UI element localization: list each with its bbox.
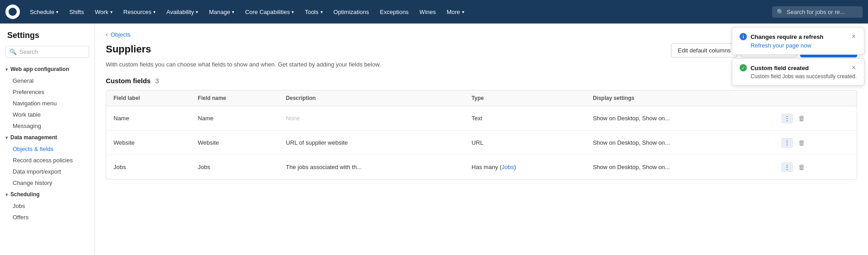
toast-title: Changes require a refresh xyxy=(750,33,823,40)
sidebar-section-data-management[interactable]: ▾ Data management xyxy=(0,132,94,143)
delete-row-button[interactable]: 🗑 xyxy=(797,161,807,173)
chevron-down-icon: ▾ xyxy=(321,9,323,14)
description-cell: None xyxy=(278,106,464,131)
chevron-down-icon: ▾ xyxy=(153,9,156,14)
row-actions: ⋮ 🗑 xyxy=(781,137,849,148)
type-cell: Has many (Jobs) xyxy=(464,155,585,179)
nav-core-capabilities[interactable]: Core Capabilities ▾ xyxy=(241,6,298,18)
sidebar-item-messaging[interactable]: Messaging xyxy=(0,120,94,132)
top-navigation: Schedule ▾ Shifts Work ▾ Resources ▾ Ava… xyxy=(0,0,868,24)
sidebar-item-data-import-export[interactable]: Data import/export xyxy=(0,166,94,177)
sidebar-item-preferences[interactable]: Preferences xyxy=(0,86,94,98)
nav-tools[interactable]: Tools ▾ xyxy=(300,6,327,18)
field-name-cell: Name xyxy=(191,106,279,131)
toast-title: Custom field created xyxy=(750,65,809,71)
chevron-down-icon: ▾ xyxy=(56,9,58,14)
toast-header: i Changes require a refresh × xyxy=(740,33,857,40)
field-label-cell: Jobs xyxy=(106,155,191,179)
nav-wines[interactable]: Wines xyxy=(415,6,440,18)
type-cell: URL xyxy=(464,131,585,155)
toast-refresh: i Changes require a refresh × Refresh yo… xyxy=(732,27,864,55)
col-actions xyxy=(774,90,857,106)
chevron-down-icon: ▾ xyxy=(5,67,8,72)
toast-container: i Changes require a refresh × Refresh yo… xyxy=(732,27,864,85)
row-actions: ⋮ 🗑 xyxy=(781,113,849,124)
sidebar-item-work-table[interactable]: Work table xyxy=(0,109,94,120)
table-row: Name Name None Text Show on Desktop, Sho… xyxy=(106,106,857,131)
col-type: Type xyxy=(464,90,585,106)
search-icon: 🔍 xyxy=(9,48,17,55)
success-icon: ✓ xyxy=(740,64,747,71)
chevron-down-icon: ▾ xyxy=(462,9,464,14)
delete-row-button[interactable]: 🗑 xyxy=(797,113,807,124)
search-icon: 🔍 xyxy=(777,9,784,15)
settings-sidebar: Settings 🔍 Search ▾ Web app configuratio… xyxy=(0,24,95,255)
refresh-link[interactable]: Refresh your page now xyxy=(740,42,857,49)
info-icon: i xyxy=(740,33,747,40)
edit-default-columns-button[interactable]: Edit default columns xyxy=(671,43,737,57)
page-title: Suppliers xyxy=(106,43,151,55)
nav-more[interactable]: More ▾ xyxy=(442,6,469,18)
row-actions-cell: ⋮ 🗑 xyxy=(774,155,857,179)
sidebar-section-web-app[interactable]: ▾ Web app configuration xyxy=(0,63,94,75)
custom-fields-section: Custom fields 3 Field label Field name D… xyxy=(106,77,857,179)
display-settings-cell: Show on Desktop, Show on... xyxy=(585,106,774,131)
sidebar-item-change-history[interactable]: Change history xyxy=(0,177,94,189)
delete-row-button[interactable]: 🗑 xyxy=(797,137,807,148)
sidebar-item-navigation-menu[interactable]: Navigation menu xyxy=(0,98,94,109)
row-menu-button[interactable]: ⋮ xyxy=(781,113,793,123)
toast-success: ✓ Custom field created × Custom field Jo… xyxy=(732,58,864,85)
col-display-settings: Display settings xyxy=(585,90,774,106)
main-content: ‹ Objects Suppliers Edit default columns… xyxy=(95,24,868,255)
chevron-down-icon: ▾ xyxy=(232,9,234,14)
nav-schedule[interactable]: Schedule ▾ xyxy=(25,6,63,18)
sidebar-section-scheduling[interactable]: ▾ Scheduling xyxy=(0,189,94,200)
sidebar-item-record-access-policies[interactable]: Record access policies xyxy=(0,155,94,166)
row-actions-cell: ⋮ 🗑 xyxy=(774,106,857,131)
field-label-cell: Name xyxy=(106,106,191,131)
custom-fields-table: Field label Field name Description Type … xyxy=(106,90,857,179)
row-actions-cell: ⋮ 🗑 xyxy=(774,131,857,155)
toast-header: ✓ Custom field created × xyxy=(740,64,857,71)
sidebar-item-general[interactable]: General xyxy=(0,75,94,86)
description-cell: URL of supplier website xyxy=(278,131,464,155)
nav-manage[interactable]: Manage ▾ xyxy=(204,6,239,18)
col-field-name: Field name xyxy=(191,90,279,106)
row-menu-button[interactable]: ⋮ xyxy=(781,162,793,172)
toast-close-button[interactable]: × xyxy=(851,33,857,40)
field-name-cell: Website xyxy=(191,131,279,155)
nav-optimizations[interactable]: Optimizations xyxy=(329,6,374,18)
app-logo[interactable] xyxy=(5,5,20,19)
sidebar-item-objects-fields[interactable]: Objects & fields xyxy=(0,143,94,155)
nav-resources[interactable]: Resources ▾ xyxy=(119,6,160,18)
sidebar-search[interactable]: 🔍 Search xyxy=(5,46,89,58)
custom-fields-table-container: Field label Field name Description Type … xyxy=(106,90,857,179)
row-actions: ⋮ 🗑 xyxy=(781,161,849,173)
type-cell: Text xyxy=(464,106,585,131)
table-row: Jobs Jobs The jobs associated with th...… xyxy=(106,155,857,179)
chevron-down-icon: ▾ xyxy=(5,192,8,197)
table-row: Website Website URL of supplier website … xyxy=(106,131,857,155)
col-field-label: Field label xyxy=(106,90,191,106)
row-menu-button[interactable]: ⋮ xyxy=(781,138,793,148)
nav-work[interactable]: Work ▾ xyxy=(90,6,117,18)
toast-body: Custom field Jobs was successfully creat… xyxy=(740,73,857,80)
chevron-down-icon: ▾ xyxy=(292,9,294,14)
nav-availability[interactable]: Availability ▾ xyxy=(162,6,203,18)
sidebar-item-offers[interactable]: Offers xyxy=(0,212,94,223)
field-label-cell: Website xyxy=(106,131,191,155)
display-settings-cell: Show on Desktop, Show on... xyxy=(585,155,774,179)
back-arrow-icon: ‹ xyxy=(106,31,108,38)
sidebar-title: Settings xyxy=(0,24,94,46)
main-layout: Settings 🔍 Search ▾ Web app configuratio… xyxy=(0,24,868,255)
chevron-down-icon: ▾ xyxy=(5,135,8,140)
global-search[interactable]: 🔍 Search for jobs or re... xyxy=(772,6,863,18)
type-link[interactable]: Jobs xyxy=(502,164,514,170)
description-cell: The jobs associated with th... xyxy=(278,155,464,179)
col-description: Description xyxy=(278,90,464,106)
nav-shifts[interactable]: Shifts xyxy=(65,6,89,18)
sidebar-item-jobs[interactable]: Jobs xyxy=(0,200,94,212)
nav-exceptions[interactable]: Exceptions xyxy=(375,6,413,18)
display-settings-cell: Show on Desktop, Show on... xyxy=(585,131,774,155)
toast-close-button[interactable]: × xyxy=(851,64,857,71)
